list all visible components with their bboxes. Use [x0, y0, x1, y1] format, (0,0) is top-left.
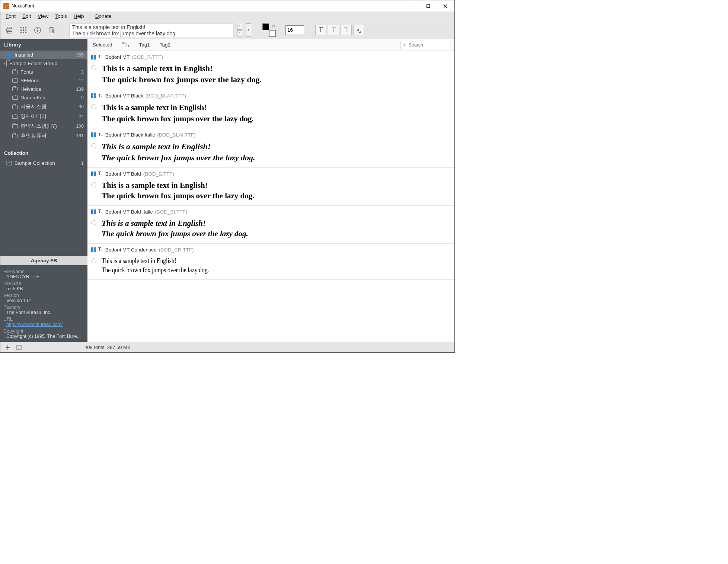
svg-rect-6: [7, 31, 11, 33]
collapse-triangle-icon: ▼: [3, 62, 6, 65]
windows-icon: [91, 55, 96, 60]
font-name: Bodoni MT Black Italic: [105, 132, 155, 138]
antialias-button[interactable]: aa: [353, 25, 364, 35]
font-sample: This is a sample text in English! The qu…: [102, 256, 209, 275]
font-file: (BOD_BLAI.TTF): [157, 132, 196, 138]
sidebar-installed[interactable]: Installed 365: [0, 51, 87, 59]
tag-icon[interactable]: ▾: [122, 42, 130, 48]
font-file: (BOD_BLAR.TTF): [146, 93, 186, 99]
svg-point-11: [23, 29, 24, 30]
menu-font[interactable]: Font: [3, 12, 19, 20]
font-select-radio[interactable]: [91, 65, 96, 70]
font-row[interactable]: TT Bodoni MT Black Italic (BOD_BLAI.TTF)…: [87, 129, 454, 168]
font-name: Bodoni MT: [105, 54, 130, 60]
tag-tag1[interactable]: Tag1: [139, 42, 150, 48]
font-name: Bodoni MT Condensed: [105, 247, 157, 253]
font-row[interactable]: TT Bodoni MT Black (BOD_BLAR.TTF) This i…: [87, 90, 454, 129]
sidebar-folder-item[interactable]: 한양시스템(HY)100: [0, 121, 87, 131]
font-select-radio[interactable]: [91, 182, 96, 188]
font-info-panel: File Name AGENCYR.TTF File Size 57.5 KB …: [0, 265, 87, 342]
bold-button[interactable]: T: [315, 25, 326, 35]
font-select-radio[interactable]: [91, 143, 96, 148]
menubar: Font Edit View Tools Help Donate: [0, 12, 454, 21]
close-button[interactable]: [437, 0, 454, 12]
svg-point-15: [25, 32, 26, 33]
windows-icon: [91, 247, 96, 252]
font-list[interactable]: TT Bodoni MT (BOD_R.TTF) This is a sampl…: [87, 51, 454, 342]
font-size-select[interactable]: 16 ⌄: [285, 25, 304, 35]
font-row[interactable]: TT Bodoni MT (BOD_R.TTF) This is a sampl…: [87, 51, 454, 90]
menu-donate[interactable]: Donate: [92, 12, 115, 20]
svg-point-12: [25, 29, 26, 30]
info-button[interactable]: [15, 344, 23, 351]
font-sample: This is a sample text in English! The qu…: [102, 218, 248, 239]
sample-spinner-down[interactable]: ˅: [237, 31, 242, 36]
windows-icon: [6, 52, 12, 58]
info-icon[interactable]: [32, 25, 43, 35]
truetype-icon: TT: [98, 247, 103, 253]
color-picker[interactable]: ⤭: [262, 23, 276, 37]
font-select-radio[interactable]: [91, 104, 96, 109]
sample-text-input[interactable]: [70, 23, 233, 37]
menu-edit[interactable]: Edit: [19, 12, 34, 20]
menu-help[interactable]: Help: [71, 12, 87, 20]
sidebar-folder-item[interactable]: Helvetica139: [0, 85, 87, 93]
svg-point-8: [23, 27, 24, 28]
collection-icon: T: [6, 161, 12, 166]
print-icon[interactable]: [4, 25, 15, 35]
sidebar-folder-item[interactable]: 휴먼컴퓨터161: [0, 131, 87, 141]
sample-spinner-up[interactable]: ˄: [237, 24, 242, 30]
underline-button[interactable]: T: [341, 25, 352, 35]
font-sample: This is a sample text in English! The qu…: [102, 63, 262, 85]
maximize-button[interactable]: [419, 0, 437, 12]
svg-point-24: [403, 44, 405, 45]
tag-selected[interactable]: Selected: [93, 42, 112, 48]
sidebar-folder-item[interactable]: SFMono12: [0, 76, 87, 85]
svg-point-9: [25, 27, 26, 28]
status-text: 408 fonts, 387.50 MB: [84, 345, 131, 350]
toolbar: ˄ ˅ ▾ ⤭ 16 ⌄ T T T aa: [0, 21, 454, 39]
font-select-radio[interactable]: [91, 220, 96, 225]
italic-button[interactable]: T: [328, 25, 339, 35]
menu-view[interactable]: View: [35, 12, 51, 20]
svg-text:T: T: [8, 162, 10, 164]
statusbar: 408 fonts, 387.50 MB: [0, 342, 454, 352]
sidebar-group[interactable]: ▼ Sample Folder Group: [0, 59, 87, 68]
truetype-icon: TT: [98, 93, 103, 99]
foreground-swatch[interactable]: [262, 23, 269, 30]
library-header: Library: [0, 39, 87, 51]
tag-tag2[interactable]: Tag2: [160, 42, 170, 48]
foundry-url-link[interactable]: http://www.fontbureau.com/: [3, 322, 84, 327]
font-row[interactable]: TT Bodoni MT Bold (BOD_B.TTF) This is a …: [87, 168, 454, 206]
sidebar-folder-item[interactable]: NanumFont9: [0, 93, 87, 102]
font-select-radio[interactable]: [91, 258, 96, 263]
trash-icon[interactable]: [47, 25, 57, 35]
grid-icon[interactable]: [18, 25, 29, 35]
truetype-icon: TT: [98, 54, 103, 60]
background-swatch[interactable]: [269, 30, 276, 37]
swap-colors-icon[interactable]: ⤭: [272, 23, 275, 28]
svg-point-13: [20, 32, 21, 33]
sidebar: Library Installed 365 ▼ Sample Folder Gr…: [0, 39, 87, 342]
collection-header: Collection: [0, 147, 87, 159]
menu-tools[interactable]: Tools: [52, 12, 70, 20]
folder-icon: [12, 78, 18, 83]
windows-icon: [91, 93, 96, 98]
font-file: (BOD_CR.TTF): [159, 247, 194, 253]
search-box[interactable]: [400, 41, 449, 49]
add-button[interactable]: [3, 344, 12, 351]
sidebar-folder-item[interactable]: 서울시스템30: [0, 102, 87, 112]
sidebar-folder-item[interactable]: Fonts3: [0, 68, 87, 76]
windows-icon: [91, 132, 96, 137]
sidebar-collection-item[interactable]: TSample Collection1: [0, 159, 87, 167]
folder-icon: [12, 87, 18, 92]
search-input[interactable]: [408, 42, 447, 48]
folder-icon: [12, 114, 18, 119]
sample-dropdown[interactable]: ▾: [246, 23, 251, 37]
font-row[interactable]: TT Bodoni MT Condensed (BOD_CR.TTF) This…: [87, 244, 454, 280]
font-row[interactable]: TT Bodoni MT Bold Italic (BOD_BI.TTF) Th…: [87, 206, 454, 244]
minimize-button[interactable]: [402, 0, 419, 12]
sidebar-folder-item[interactable]: 양재미디어24: [0, 112, 87, 121]
folder-icon: [12, 124, 18, 129]
tagbar: Selected ▾ Tag1 Tag2: [87, 39, 454, 51]
